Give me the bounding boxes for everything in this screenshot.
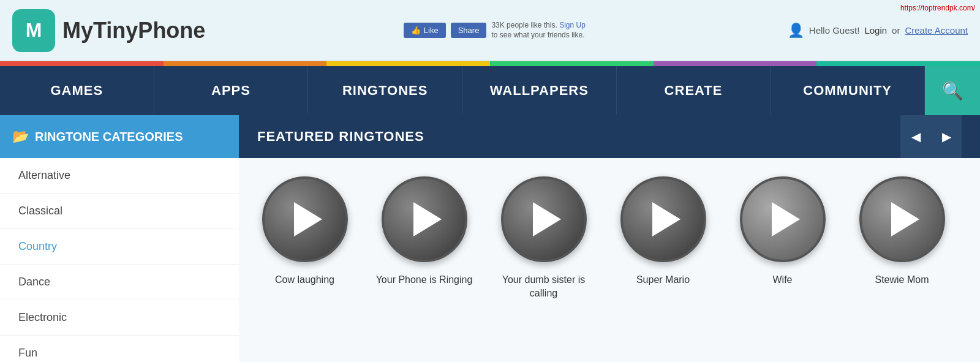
- ringtone-card-1: Your Phone is Ringing: [371, 176, 478, 301]
- fb-share-button[interactable]: Share: [451, 23, 487, 38]
- user-icon: 👤: [788, 23, 804, 39]
- logo-area: M MyTinyPhone: [12, 9, 205, 52]
- sidebar-item-country[interactable]: Country: [0, 229, 239, 265]
- ringtone-name-1: Your Phone is Ringing: [376, 273, 473, 287]
- ringtone-name-4: Wife: [773, 273, 793, 287]
- nav-item-games[interactable]: GAMES: [0, 66, 154, 115]
- ringtones-header: FEATURED RINGTONES ◀ ▶: [239, 115, 980, 158]
- user-area: 👤 Hello Guest! Login or Create Account: [788, 23, 968, 39]
- ringtone-name-0: Cow laughing: [275, 273, 334, 287]
- ringtone-card-5: Stewie Mom: [848, 176, 956, 301]
- ringtone-card-2: Your dumb sister is calling: [490, 176, 597, 301]
- folder-icon: 📂: [12, 129, 29, 145]
- ringtone-card-3: Super Mario: [609, 176, 717, 301]
- ringtone-name-3: Super Mario: [636, 273, 690, 287]
- sidebar-list: Alternative Classical Country Dance Elec…: [0, 158, 239, 362]
- logo-icon: M: [12, 9, 55, 52]
- stripe-teal: [816, 61, 980, 66]
- sidebar-item-alternative[interactable]: Alternative: [0, 158, 239, 194]
- ringtone-name-2: Your dumb sister is calling: [490, 273, 597, 301]
- ringtone-name-5: Stewie Mom: [875, 273, 929, 287]
- stripe-purple: [654, 61, 817, 66]
- sidebar-title: RINGTONE CATEGORIES: [35, 130, 183, 144]
- ringtone-card-0: Cow laughing: [251, 176, 358, 301]
- facebook-area: 👍 Like Share 33K people like this. Sign …: [404, 21, 590, 40]
- nav-item-wallpapers[interactable]: WALLPAPERS: [462, 66, 617, 115]
- next-button[interactable]: ▶: [931, 115, 962, 158]
- prev-button[interactable]: ◀: [900, 115, 931, 158]
- sidebar-item-fun[interactable]: Fun: [0, 336, 239, 362]
- nav-item-create[interactable]: CREATE: [617, 66, 771, 115]
- url-bar: https://toptrendpk.com/: [895, 2, 980, 13]
- ringtone-card-4: Wife: [729, 176, 836, 301]
- nav-bar: GAMES APPS RINGTONES WALLPAPERS CREATE C…: [0, 66, 980, 115]
- sidebar: 📂 RINGTONE CATEGORIES Alternative Classi…: [0, 115, 239, 362]
- play-button-1[interactable]: [382, 176, 467, 262]
- or-text: or: [892, 25, 900, 36]
- play-button-5[interactable]: [859, 176, 945, 262]
- play-button-2[interactable]: [501, 176, 587, 262]
- nav-arrows: ◀ ▶: [900, 115, 962, 158]
- top-bar: M MyTinyPhone 👍 Like Share 33K people li…: [0, 0, 980, 61]
- ringtones-grid: Cow laughing Your Phone is Ringing Your …: [239, 158, 980, 319]
- stripe-green: [490, 61, 654, 66]
- sidebar-item-dance[interactable]: Dance: [0, 265, 239, 300]
- main-content: 📂 RINGTONE CATEGORIES Alternative Classi…: [0, 115, 980, 362]
- sidebar-item-electronic[interactable]: Electronic: [0, 300, 239, 336]
- fb-signup-link[interactable]: Sign Up: [559, 21, 586, 29]
- fb-count-text: 33K people like this. Sign Up to see wha…: [491, 21, 589, 40]
- nav-item-ringtones[interactable]: RINGTONES: [308, 66, 462, 115]
- play-button-3[interactable]: [620, 176, 706, 262]
- nav-item-community[interactable]: COMMUNITY: [771, 66, 925, 115]
- featured-title: FEATURED RINGTONES: [257, 129, 424, 145]
- fb-like-button[interactable]: 👍 Like: [404, 23, 446, 38]
- stripe-yellow: [326, 61, 490, 66]
- user-greeting: Hello Guest!: [809, 25, 860, 36]
- search-icon: 🔍: [942, 81, 963, 101]
- ringtones-panel: FEATURED RINGTONES ◀ ▶ Cow laughing Your…: [239, 115, 980, 362]
- sidebar-header: 📂 RINGTONE CATEGORIES: [0, 115, 239, 158]
- nav-item-apps[interactable]: APPS: [154, 66, 309, 115]
- play-button-0[interactable]: [262, 176, 348, 262]
- search-button[interactable]: 🔍: [925, 66, 980, 115]
- login-link[interactable]: Login: [864, 25, 887, 36]
- stripe-orange: [164, 61, 327, 66]
- color-stripe: [0, 61, 980, 66]
- stripe-red: [0, 61, 164, 66]
- sidebar-item-classical[interactable]: Classical: [0, 194, 239, 229]
- play-button-4[interactable]: [740, 176, 826, 262]
- create-account-link[interactable]: Create Account: [905, 25, 968, 36]
- site-name: MyTinyPhone: [62, 18, 205, 43]
